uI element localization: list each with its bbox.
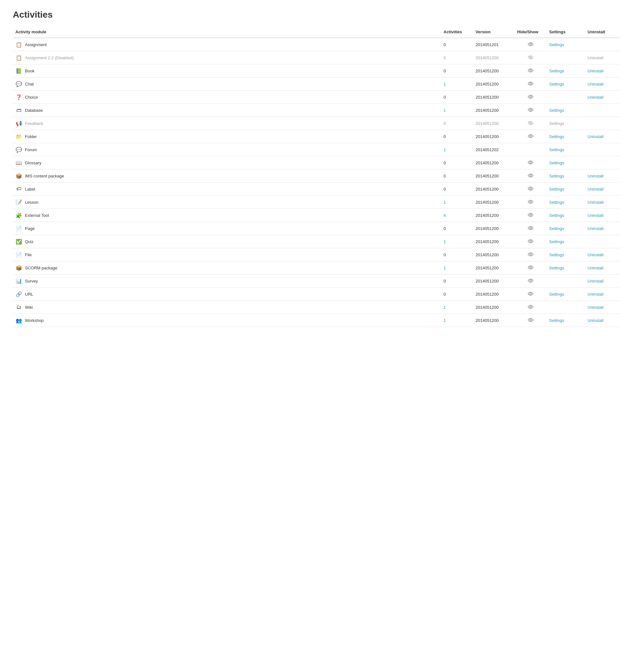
eye-icon-choice[interactable]: [528, 95, 533, 100]
uninstall-label[interactable]: Uninstall: [585, 183, 620, 196]
settings-assignment[interactable]: Settings: [547, 38, 585, 51]
eye-icon-book[interactable]: [528, 68, 533, 74]
settings-forum[interactable]: Settings: [547, 143, 585, 156]
eye-icon-workshop[interactable]: [528, 318, 533, 323]
activities-count-chat[interactable]: 1: [441, 77, 473, 91]
uninstall-glossary: [585, 156, 620, 169]
uninstall-chat[interactable]: Uninstall: [585, 77, 620, 91]
table-row: 📖Glossary02014051200Settings: [13, 156, 620, 169]
svg-point-15: [530, 227, 532, 229]
module-icon-assignment: 📋: [15, 41, 22, 48]
hideshow-book[interactable]: [514, 64, 547, 77]
settings-quiz[interactable]: Settings: [547, 235, 585, 248]
version-file: 2014051200: [473, 248, 514, 261]
activities-count-lesson[interactable]: 1: [441, 196, 473, 209]
settings-page[interactable]: Settings: [547, 222, 585, 235]
svg-point-5: [530, 96, 532, 97]
hideshow-folder[interactable]: [514, 130, 547, 143]
hideshow-choice[interactable]: [514, 91, 547, 104]
settings-scorm[interactable]: Settings: [547, 261, 585, 274]
version-forum: 2014051202: [473, 143, 514, 156]
hideshow-scorm[interactable]: [514, 261, 547, 274]
activities-count-quiz[interactable]: 1: [441, 235, 473, 248]
activities-count-wiki[interactable]: 1: [441, 301, 473, 314]
hideshow-quiz[interactable]: [514, 235, 547, 248]
settings-externaltool[interactable]: Settings: [547, 209, 585, 222]
module-icon-quiz: ✅: [15, 238, 22, 245]
uninstall-page[interactable]: Uninstall: [585, 222, 620, 235]
activities-count-scorm[interactable]: 1: [441, 261, 473, 274]
module-name-page: Page: [25, 226, 34, 231]
uninstall-file[interactable]: Uninstall: [585, 248, 620, 261]
activities-count-externaltool[interactable]: 4: [441, 209, 473, 222]
eye-icon-assignment[interactable]: [528, 42, 533, 47]
settings-glossary[interactable]: Settings: [547, 156, 585, 169]
eye-icon-page[interactable]: [528, 226, 533, 231]
eye-icon-wiki[interactable]: [528, 305, 533, 310]
uninstall-choice[interactable]: Uninstall: [585, 91, 620, 104]
hideshow-externaltool[interactable]: [514, 209, 547, 222]
settings-chat[interactable]: Settings: [547, 77, 585, 91]
hideshow-database[interactable]: [514, 104, 547, 117]
hideshow-chat[interactable]: [514, 77, 547, 91]
activities-count-forum[interactable]: 1: [441, 143, 473, 156]
settings-label[interactable]: Settings: [547, 183, 585, 196]
hideshow-page[interactable]: [514, 222, 547, 235]
activities-count-survey: 0: [441, 274, 473, 288]
activities-count-label: 0: [441, 183, 473, 196]
hideshow-file[interactable]: [514, 248, 547, 261]
uninstall-wiki[interactable]: Uninstall: [585, 301, 620, 314]
uninstall-url[interactable]: Uninstall: [585, 288, 620, 301]
uninstall-externaltool[interactable]: Uninstall: [585, 209, 620, 222]
uninstall-workshop[interactable]: Uninstall: [585, 314, 620, 327]
settings-folder[interactable]: Settings: [547, 130, 585, 143]
module-icon-glossary: 📖: [15, 159, 22, 166]
settings-book[interactable]: Settings: [547, 64, 585, 77]
eye-icon-file[interactable]: [528, 252, 533, 258]
settings-database[interactable]: Settings: [547, 104, 585, 117]
uninstall-scorm[interactable]: Uninstall: [585, 261, 620, 274]
version-feedback: 2014051200: [473, 117, 514, 130]
eye-icon-url[interactable]: [528, 291, 533, 297]
hideshow-url[interactable]: [514, 288, 547, 301]
eye-icon-quiz[interactable]: [528, 239, 533, 244]
uninstall-lesson[interactable]: Uninstall: [585, 196, 620, 209]
settings-file[interactable]: Settings: [547, 248, 585, 261]
settings-workshop[interactable]: Settings: [547, 314, 585, 327]
eye-icon-survey[interactable]: [528, 278, 533, 284]
activities-count-workshop[interactable]: 1: [441, 314, 473, 327]
eye-icon-externaltool[interactable]: [528, 213, 533, 218]
eye-icon-database[interactable]: [528, 107, 533, 113]
hideshow-label[interactable]: [514, 183, 547, 196]
uninstall-imscp[interactable]: Uninstall: [585, 169, 620, 183]
module-name-survey: Survey: [25, 279, 38, 284]
uninstall-book[interactable]: Uninstall: [585, 64, 620, 77]
hideshow-survey[interactable]: [514, 274, 547, 288]
eye-icon-scorm[interactable]: [528, 265, 533, 271]
hideshow-imscp[interactable]: [514, 169, 547, 183]
module-icon-file: 📄: [15, 251, 22, 258]
hideshow-wiki[interactable]: [514, 301, 547, 314]
settings-url[interactable]: Settings: [547, 288, 585, 301]
eye-icon-imscp[interactable]: [528, 173, 533, 179]
eye-icon-label[interactable]: [528, 186, 533, 192]
hideshow-assignment22[interactable]: [514, 51, 547, 64]
eye-icon-lesson[interactable]: [528, 199, 533, 205]
eye-icon-glossary[interactable]: [528, 160, 533, 166]
activities-count-database[interactable]: 1: [441, 104, 473, 117]
hideshow-feedback[interactable]: [514, 117, 547, 130]
eye-icon-chat[interactable]: [528, 81, 533, 87]
activities-count-choice: 0: [441, 91, 473, 104]
settings-imscp[interactable]: Settings: [547, 169, 585, 183]
hideshow-glossary[interactable]: [514, 156, 547, 169]
eye-icon-feedback[interactable]: [528, 121, 533, 126]
uninstall-folder[interactable]: Uninstall: [585, 130, 620, 143]
module-cell-chat: 💬Chat: [13, 77, 441, 91]
eye-icon-folder[interactable]: [528, 134, 533, 139]
hideshow-assignment[interactable]: [514, 38, 547, 51]
hideshow-lesson[interactable]: [514, 196, 547, 209]
hideshow-workshop[interactable]: [514, 314, 547, 327]
uninstall-survey[interactable]: Uninstall: [585, 274, 620, 288]
eye-icon-assignment22[interactable]: [528, 55, 533, 61]
settings-lesson[interactable]: Settings: [547, 196, 585, 209]
